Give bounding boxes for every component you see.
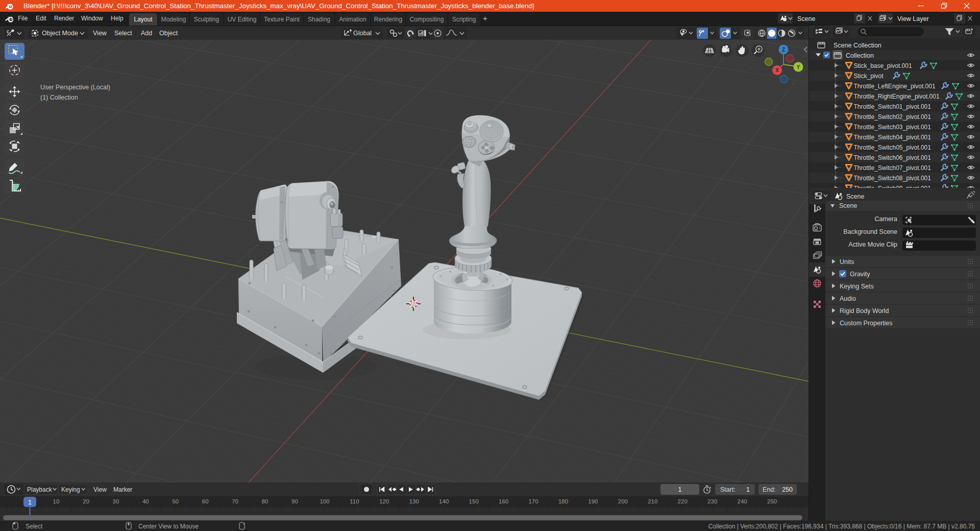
svg-text:Add: Add — [141, 30, 152, 37]
svg-text:250: 250 — [782, 486, 793, 493]
svg-text:Select: Select — [26, 523, 43, 530]
svg-text:Throttle_Switch02_pivot.001: Throttle_Switch02_pivot.001 — [854, 113, 932, 120]
svg-text:140: 140 — [439, 498, 449, 504]
svg-text:100: 100 — [320, 498, 329, 504]
svg-text:Center View to Mouse: Center View to Mouse — [138, 523, 199, 530]
svg-text:X: X — [775, 67, 779, 73]
svg-text:Keying: Keying — [61, 486, 80, 493]
svg-text:150: 150 — [469, 498, 479, 504]
svg-text:Units: Units — [840, 258, 854, 266]
svg-text:Active Movie Clip: Active Movie Clip — [848, 241, 897, 248]
svg-text:View: View — [93, 30, 107, 37]
svg-text:Rigid Body World: Rigid Body World — [840, 307, 889, 315]
svg-text:Collection: Collection — [846, 52, 874, 59]
svg-text:Stick_base_pivot.001: Stick_base_pivot.001 — [854, 62, 912, 69]
svg-text:Start:: Start: — [720, 486, 736, 493]
svg-text:50: 50 — [172, 498, 179, 504]
svg-text:Throttle_Switch06_pivot.001: Throttle_Switch06_pivot.001 — [854, 154, 932, 161]
svg-text:Keying Sets: Keying Sets — [840, 283, 874, 290]
svg-text:120: 120 — [379, 498, 389, 504]
svg-text:220: 220 — [678, 498, 688, 504]
svg-text:1: 1 — [746, 486, 750, 493]
svg-text:Throttle_RightEngine_pivot.001: Throttle_RightEngine_pivot.001 — [854, 93, 940, 100]
svg-text:250: 250 — [767, 498, 777, 504]
svg-text:Y: Y — [797, 64, 800, 70]
svg-text:Playback: Playback — [27, 486, 53, 493]
svg-text:60: 60 — [202, 498, 209, 504]
svg-text:View Layer: View Layer — [897, 15, 929, 22]
svg-text:Scene Collection: Scene Collection — [834, 42, 881, 49]
svg-text:Stick_pivot: Stick_pivot — [854, 73, 884, 80]
svg-text:170: 170 — [528, 498, 538, 504]
svg-text:View: View — [93, 486, 107, 493]
svg-text:Custom Properties: Custom Properties — [840, 320, 893, 327]
svg-text:Scene: Scene — [797, 15, 815, 22]
svg-text:Audio: Audio — [840, 295, 856, 302]
svg-text:Gravity: Gravity — [850, 271, 870, 278]
svg-text:End:: End: — [763, 486, 776, 493]
svg-text:Background Scene: Background Scene — [843, 228, 897, 235]
svg-text:1: 1 — [28, 499, 32, 506]
svg-text:10: 10 — [53, 498, 60, 504]
svg-text:Throttle_Switch07_pivot.001: Throttle_Switch07_pivot.001 — [854, 164, 932, 172]
svg-text:Marker: Marker — [113, 486, 132, 493]
svg-text:Object: Object — [159, 30, 178, 37]
svg-text:130: 130 — [409, 498, 419, 504]
svg-text:210: 210 — [648, 498, 657, 504]
svg-text:80: 80 — [262, 498, 268, 504]
svg-text:70: 70 — [232, 498, 238, 504]
svg-text:20: 20 — [83, 498, 89, 504]
svg-text:160: 160 — [499, 498, 508, 504]
svg-text:1: 1 — [678, 486, 682, 493]
svg-text:240: 240 — [738, 498, 747, 504]
svg-text:Throttle_Switch01_pivot.001: Throttle_Switch01_pivot.001 — [854, 103, 932, 110]
svg-text:40: 40 — [142, 498, 149, 504]
svg-text:Collection | Verts:200,802 | F: Collection | Verts:200,802 | Faces:196,9… — [708, 523, 975, 530]
svg-text:Global: Global — [353, 30, 372, 37]
svg-text:200: 200 — [618, 498, 628, 504]
svg-text:Object Mode: Object Mode — [42, 30, 78, 37]
svg-text:30: 30 — [113, 498, 119, 504]
svg-text:190: 190 — [588, 498, 598, 504]
svg-text:90: 90 — [291, 498, 298, 504]
svg-text:Throttle_Switch05_pivot.001: Throttle_Switch05_pivot.001 — [854, 144, 932, 151]
svg-text:Throttle_Switch04_pivot.001: Throttle_Switch04_pivot.001 — [854, 134, 932, 141]
svg-text:Throttle_Switch03_pivot.001: Throttle_Switch03_pivot.001 — [854, 124, 932, 131]
svg-text:Select: Select — [114, 30, 132, 37]
svg-text:Throttle_LeftEngine_pivot.001: Throttle_LeftEngine_pivot.001 — [854, 83, 936, 90]
svg-text:Throttle_Switch08_pivot.001: Throttle_Switch08_pivot.001 — [854, 175, 932, 182]
svg-text:180: 180 — [558, 498, 568, 504]
svg-text:Scene: Scene — [839, 202, 857, 209]
svg-text:230: 230 — [707, 498, 717, 504]
svg-text:Camera: Camera — [875, 215, 898, 223]
svg-text:110: 110 — [350, 498, 359, 504]
svg-text:Z: Z — [782, 47, 785, 53]
svg-text:Scene: Scene — [846, 193, 864, 200]
